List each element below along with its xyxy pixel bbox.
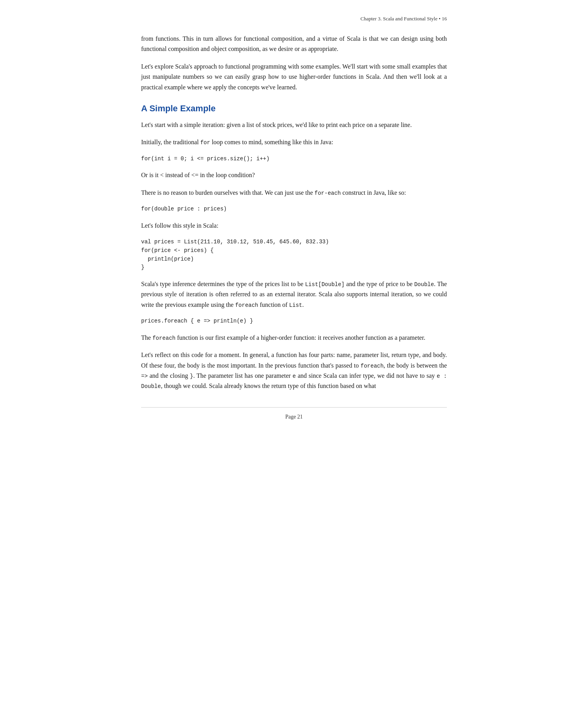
- body-paragraph-3: Or is it < instead of <= in the loop con…: [141, 170, 447, 180]
- inline-code-foreach-java: for-each: [314, 190, 341, 196]
- inline-code-e: e: [292, 373, 296, 379]
- page-header: Chapter 3. Scala and Functional Style • …: [141, 16, 447, 22]
- code-block-2: for(double price : prices): [141, 205, 447, 214]
- intro-paragraph-1: from functions. This in turn allows for …: [141, 34, 447, 54]
- inline-code-listdouble: List[Double]: [305, 281, 345, 288]
- body-paragraph-8: Let's reflect on this code for a moment.…: [141, 350, 447, 391]
- body-paragraph-4: There is no reason to burden ourselves w…: [141, 188, 447, 198]
- body-paragraph-6: Scala's type inference determines the ty…: [141, 279, 447, 310]
- body-paragraph-2: Initially, the traditional for loop come…: [141, 137, 447, 147]
- section-heading: A Simple Example: [141, 103, 447, 114]
- inline-code-double: Double: [414, 281, 434, 288]
- inline-code-foreach3: foreach: [361, 363, 384, 369]
- code-block-4: prices.foreach { e => println(e) }: [141, 317, 447, 326]
- body-paragraph-7: The foreach function is our first exampl…: [141, 333, 447, 343]
- inline-code-for: for: [200, 140, 210, 146]
- inline-code-foreach2: foreach: [152, 335, 176, 341]
- code-block-3: val prices = List(211.10, 310.12, 510.45…: [141, 238, 447, 272]
- inline-code-list: List: [289, 302, 302, 308]
- page-number: Page 21: [285, 414, 303, 420]
- code-block-1: for(int i = 0; i <= prices.size(); i++): [141, 155, 447, 163]
- page-footer: Page 21: [141, 407, 447, 420]
- inline-code-brace: }: [190, 373, 193, 379]
- body-paragraph-5: Let's follow this style in Scala:: [141, 221, 447, 231]
- inline-code-arrow: =>: [141, 373, 148, 379]
- chapter-title: Chapter 3. Scala and Functional Style • …: [361, 16, 447, 22]
- intro-paragraph-2: Let's explore Scala's approach to functi…: [141, 62, 447, 92]
- inline-code-foreach: foreach: [235, 302, 258, 308]
- body-paragraph-1: Let's start with a simple iteration: giv…: [141, 120, 447, 130]
- page-container: Chapter 3. Scala and Functional Style • …: [141, 0, 447, 444]
